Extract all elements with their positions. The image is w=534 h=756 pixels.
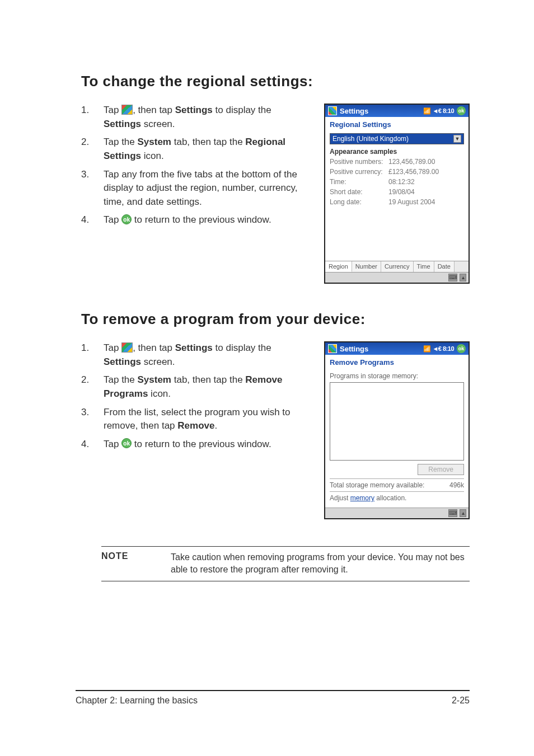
text: Tap <box>104 105 121 115</box>
note-callout: NOTE Take caution when removing programs… <box>101 546 470 581</box>
step-4: Tap ok to return to the previous window. <box>81 438 307 452</box>
text-bold: System <box>138 137 171 147</box>
start-icon <box>121 342 133 353</box>
sample-row: Positive currency:£123,456,789.00 <box>330 167 464 177</box>
pda-titlebar: Settings 📶 ◄€ 8:10 ok <box>325 105 469 117</box>
memory-available-row: Total storage memory available: 496k <box>330 479 464 492</box>
status-indicators: 📶 ◄€ 8:10 <box>423 107 454 115</box>
keyboard-icon[interactable]: ⌨ <box>448 509 457 517</box>
chevron-down-icon[interactable]: ▼ <box>453 135 461 143</box>
text: screen. <box>141 356 175 367</box>
dropdown-value: English (United Kingdom) <box>332 135 409 143</box>
keyboard-icon[interactable]: ⌨ <box>448 274 457 281</box>
step-3: From the list, select the program you wi… <box>81 406 307 433</box>
pda-app-title: Settings <box>340 107 368 115</box>
status-indicators: 📶 ◄€ 8:10 <box>423 345 454 353</box>
settings-tabs: Region Number Currency Time Date <box>325 261 469 272</box>
memory-link[interactable]: memory <box>350 494 374 502</box>
sample-row: Short date:19/08/04 <box>330 187 464 197</box>
text: to display the <box>213 342 271 353</box>
up-arrow-icon[interactable]: ▴ <box>460 274 466 281</box>
heading-regional: To change the regional settings: <box>81 73 470 90</box>
text-bold: Settings <box>104 356 141 367</box>
instructions-regional: Tap , then tap Settings to display the S… <box>81 104 307 232</box>
footer-page-number: 2-25 <box>452 696 470 706</box>
footer-chapter: Chapter 2: Learning the basics <box>76 696 198 706</box>
text: to return to the previous window. <box>132 214 271 225</box>
programs-label: Programs in storage memory: <box>330 371 464 382</box>
text: , then tap <box>133 342 175 353</box>
text: Tap the <box>104 374 138 385</box>
text: Tap the <box>104 137 138 147</box>
text: tab, then tap the <box>171 137 245 147</box>
step-1: Tap , then tap Settings to display the S… <box>81 104 307 131</box>
note-label: NOTE <box>101 551 155 576</box>
text-bold: System <box>138 374 171 385</box>
text: Tap <box>104 439 121 449</box>
mem-label: Total storage memory available: <box>330 481 424 489</box>
remove-button[interactable]: Remove <box>418 464 464 475</box>
start-icon[interactable] <box>328 344 337 353</box>
pda-footer-bar: ⌨ ▴ <box>325 508 469 518</box>
text: to return to the previous window. <box>132 439 271 449</box>
text-bold: Settings <box>175 105 213 115</box>
text: to display the <box>213 105 271 115</box>
text: Tap <box>104 342 121 353</box>
ok-icon: ok <box>121 438 132 448</box>
up-arrow-icon[interactable]: ▴ <box>460 509 466 517</box>
sample-row: Time:08:12:32 <box>330 177 464 187</box>
text: allocation. <box>374 494 406 502</box>
block-remove: Tap , then tap Settings to display the S… <box>81 341 470 519</box>
pda-titlebar: Settings 📶 ◄€ 8:10 ok <box>325 342 469 355</box>
text-bold: Remove <box>177 420 214 431</box>
screen-title: Remove Programs <box>325 355 469 371</box>
adjust-memory-row: Adjust memory allocation. <box>330 492 464 504</box>
text-bold: Settings <box>175 342 213 353</box>
tab-date[interactable]: Date <box>434 261 455 272</box>
step-2: Tap the System tab, then tap the Regiona… <box>81 135 307 163</box>
tab-time[interactable]: Time <box>414 261 434 272</box>
mem-value: 496k <box>449 481 464 489</box>
ok-button[interactable]: ok <box>457 106 466 115</box>
text: screen. <box>141 119 175 129</box>
text: Tap <box>104 214 121 225</box>
text: Adjust <box>330 494 350 502</box>
page-footer: Chapter 2: Learning the basics 2-25 <box>76 690 470 706</box>
text-bold: Settings <box>104 119 141 129</box>
programs-listbox[interactable] <box>330 382 464 461</box>
screen-title: Regional Settings <box>325 117 469 133</box>
step-1: Tap , then tap Settings to display the S… <box>81 341 307 369</box>
text: icon. <box>141 151 164 161</box>
text: , then tap <box>133 105 175 115</box>
ok-button[interactable]: ok <box>457 344 466 353</box>
pda-app-title: Settings <box>340 345 368 353</box>
step-2: Tap the System tab, then tap the Remove … <box>81 373 307 401</box>
note-text: Take caution when removing programs from… <box>171 551 470 576</box>
sample-row: Positive numbers:123,456,789.00 <box>330 157 464 167</box>
pda-screenshot-remove: Settings 📶 ◄€ 8:10 ok Remove Programs Pr… <box>324 341 470 519</box>
text: tab, then tap the <box>171 374 245 385</box>
step-3: Tap any from the five tabs at the bottom… <box>81 168 307 209</box>
tab-region[interactable]: Region <box>325 261 352 272</box>
text: icon. <box>148 388 171 399</box>
start-icon[interactable] <box>328 106 337 115</box>
sample-row: Long date:19 August 2004 <box>330 197 464 207</box>
text: . <box>214 420 217 431</box>
block-regional: Tap , then tap Settings to display the S… <box>81 104 470 284</box>
start-icon <box>121 105 133 115</box>
locale-dropdown[interactable]: English (United Kingdom) ▼ <box>330 133 464 144</box>
tab-currency[interactable]: Currency <box>381 261 414 272</box>
pda-screenshot-regional: Settings 📶 ◄€ 8:10 ok Regional Settings … <box>324 104 470 284</box>
step-4: Tap ok to return to the previous window. <box>81 213 307 227</box>
pda-footer-bar: ⌨ ▴ <box>325 272 469 283</box>
instructions-remove: Tap , then tap Settings to display the S… <box>81 341 307 456</box>
ok-icon: ok <box>121 214 132 224</box>
heading-remove: To remove a program from your device: <box>81 311 470 328</box>
appearance-samples-label: Appearance samples <box>330 148 464 156</box>
tab-number[interactable]: Number <box>352 261 381 272</box>
